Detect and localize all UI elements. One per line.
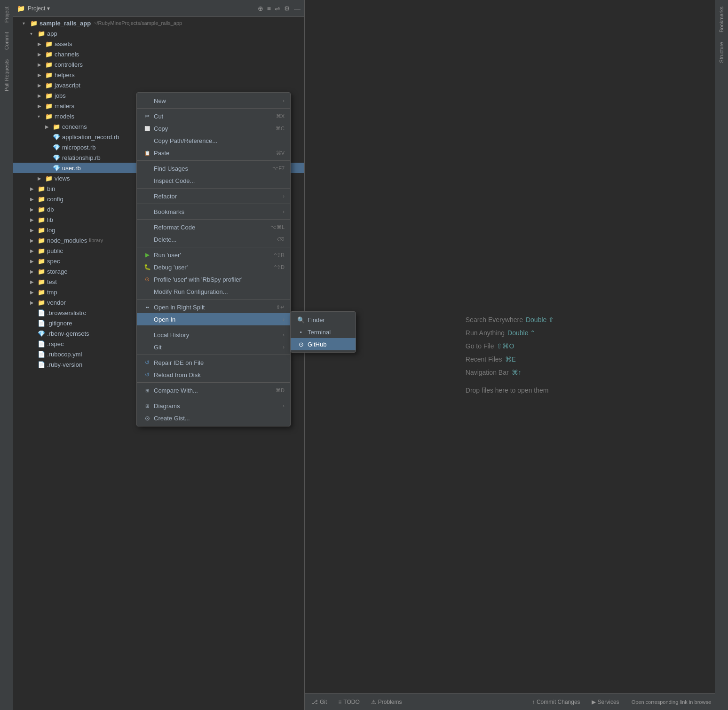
menu-item-local-history[interactable]: Local History ›	[137, 329, 290, 341]
tree-item-assets[interactable]: ▶ 📁 assets	[13, 39, 304, 49]
menu-item-delete[interactable]: Delete... ⌫	[137, 233, 290, 245]
panel-dropdown-arrow[interactable]: ▾	[47, 5, 50, 12]
submenu-item-finder[interactable]: 🔍 Finder	[291, 314, 356, 326]
problems-label: Problems	[378, 699, 402, 705]
tree-item-app[interactable]: ▾ 📁 app	[13, 28, 304, 39]
tree-arrow-controllers: ▶	[38, 62, 45, 67]
tree-item-helpers[interactable]: ▶ 📁 helpers	[13, 70, 304, 80]
repair-ide-icon: ↺	[142, 359, 152, 366]
menu-item-create-gist[interactable]: ⊙ Create Gist...	[137, 412, 290, 424]
status-tab-commit-changes[interactable]: ↑ Commit Changes	[529, 697, 583, 707]
tree-arrow-test: ▶	[30, 279, 38, 284]
tree-arrow-vendor: ▶	[30, 300, 38, 305]
folder-icon-app: 📁	[38, 30, 45, 37]
tree-label-public: public	[47, 247, 63, 254]
tree-label-models: models	[55, 113, 74, 120]
header-icon-settings[interactable]: ⚙	[284, 5, 290, 12]
tree-label-assets: assets	[55, 40, 72, 47]
services-icon: ▶	[592, 699, 596, 705]
header-icon-scroll[interactable]: ≡	[267, 5, 271, 12]
menu-item-find-usages[interactable]: Find Usages ⌥F7	[137, 162, 290, 174]
menu-item-refactor[interactable]: Refactor ›	[137, 190, 290, 202]
menu-item-paste[interactable]: 📋 Paste ⌘V	[137, 147, 290, 159]
separator-1	[137, 108, 290, 109]
sidebar-tab-structure[interactable]: Structure	[717, 37, 726, 68]
separator-4	[137, 204, 290, 204]
debug-shortcut: ^⇧D	[274, 264, 285, 270]
menu-item-find-usages-label: Find Usages	[154, 165, 272, 172]
submenu-open-in: 🔍 Finder ▪ Terminal ⊙ GitHub	[290, 311, 356, 353]
menu-item-modify-run[interactable]: Modify Run Configuration...	[137, 285, 290, 298]
menu-item-copy-path[interactable]: Copy Path/Reference...	[137, 134, 290, 147]
status-tab-services[interactable]: ▶ Services	[589, 697, 622, 707]
header-icon-expand[interactable]: ⇌	[275, 5, 280, 12]
menu-item-diagrams-label: Diagrams	[154, 402, 279, 410]
tree-item-channels[interactable]: ▶ 📁 channels	[13, 49, 304, 59]
tree-arrow-spec: ▶	[30, 259, 38, 264]
menu-item-new[interactable]: New ›	[137, 95, 290, 107]
status-tab-problems[interactable]: ⚠ Problems	[368, 697, 405, 707]
status-tab-git[interactable]: ⎇ Git	[309, 697, 330, 707]
sidebar-tab-bookmarks[interactable]: Bookmarks	[717, 2, 726, 37]
menu-item-open-in[interactable]: Open In › 🔍 Finder ▪ Terminal ⊙ GitHub	[137, 313, 290, 325]
menu-item-repair-ide[interactable]: ↺ Repair IDE on File	[137, 356, 290, 369]
ruby-icon-apprecord: 💎	[53, 134, 60, 141]
sidebar-tab-project[interactable]: Project	[2, 2, 11, 27]
menu-item-copy-path-label: Copy Path/Reference...	[154, 137, 285, 144]
github-icon: ⊙	[296, 341, 306, 348]
recent-files-key: ⌘E	[505, 355, 516, 363]
problems-icon: ⚠	[371, 699, 376, 705]
menu-item-run[interactable]: ▶ Run 'user' ^⇧R	[137, 249, 290, 261]
menu-item-cut[interactable]: ✂ Cut ⌘X	[137, 110, 290, 122]
menu-item-git-label: Git	[154, 344, 279, 351]
sidebar-tab-pull-requests[interactable]: Pull Requests	[2, 55, 11, 96]
menu-item-diagrams[interactable]: ⊞ Diagrams ›	[137, 400, 290, 412]
menu-item-git[interactable]: Git ›	[137, 341, 290, 353]
paste-shortcut: ⌘V	[276, 150, 285, 156]
tree-label-db: db	[47, 206, 54, 213]
separator-9	[137, 355, 290, 355]
search-everywhere-key: Double ⇧	[526, 316, 554, 323]
submenu-item-github[interactable]: ⊙ GitHub	[291, 338, 356, 350]
tree-arrow-node: ▶	[30, 238, 38, 243]
ruby-icon-micropost: 💎	[53, 144, 60, 151]
drop-text: Drop files here to open them	[466, 387, 554, 394]
menu-item-reformat[interactable]: Reformat Code ⌥⌘L	[137, 221, 290, 233]
panel-title-text: Project	[28, 5, 45, 12]
tree-arrow-lib: ▶	[30, 217, 38, 222]
folder-icon-config: 📁	[38, 196, 45, 203]
right-sidebar: Bookmarks Structure	[715, 0, 728, 710]
folder-icon-jobs: 📁	[45, 92, 53, 99]
editor-area: Search Everywhere Double ⇧ Run Anything …	[305, 0, 715, 710]
menu-item-copy[interactable]: ⬜ Copy ⌘C	[137, 122, 290, 134]
menu-item-inspect-code[interactable]: Inspect Code...	[137, 174, 290, 187]
menu-item-run-label: Run 'user'	[154, 252, 274, 259]
run-anything-row: Run Anything Double ⌃	[466, 329, 554, 337]
tree-item-root[interactable]: ▾ 📁 sample_rails_app ~/RubyMineProjects/…	[13, 18, 304, 28]
run-icon: ▶	[142, 252, 152, 258]
tree-arrow-tmp: ▶	[30, 290, 38, 295]
menu-item-open-split[interactable]: ▪▪ Open in Right Split ⇧↵	[137, 301, 290, 313]
submenu-item-terminal[interactable]: ▪ Terminal	[291, 326, 356, 338]
menu-item-debug[interactable]: 🐛 Debug 'user' ^⇧D	[137, 261, 290, 273]
cut-shortcut: ⌘X	[276, 113, 285, 119]
header-icon-locate[interactable]: ⊕	[258, 5, 263, 12]
menu-item-bookmarks[interactable]: Bookmarks ›	[137, 205, 290, 218]
sidebar-tab-commit[interactable]: Commit	[2, 27, 11, 55]
tree-label-relationship: relationship.rb	[62, 154, 101, 161]
ruby-icon-rbenv: 💎	[38, 330, 45, 337]
tree-label-lib: lib	[47, 216, 53, 223]
tree-arrow-app: ▾	[30, 31, 38, 36]
tree-item-controllers[interactable]: ▶ 📁 controllers	[13, 59, 304, 70]
header-icon-minimize[interactable]: —	[294, 5, 301, 12]
status-tab-todo[interactable]: ≡ TODO	[335, 697, 362, 707]
tree-label-user: user.rb	[62, 165, 81, 172]
menu-item-reload[interactable]: ↺ Reload from Disk	[137, 369, 290, 381]
reformat-shortcut: ⌥⌘L	[270, 224, 285, 230]
debug-icon: 🐛	[142, 264, 152, 270]
tree-item-javascript[interactable]: ▶ 📁 javascript	[13, 80, 304, 90]
file-icon-browserslistrc: 📄	[38, 309, 45, 316]
ruby-icon-user: 💎	[53, 165, 60, 172]
menu-item-compare[interactable]: ⊞ Compare With... ⌘D	[137, 384, 290, 396]
menu-item-profile[interactable]: ⊙ Profile 'user' with 'RbSpy profiler'	[137, 273, 290, 285]
